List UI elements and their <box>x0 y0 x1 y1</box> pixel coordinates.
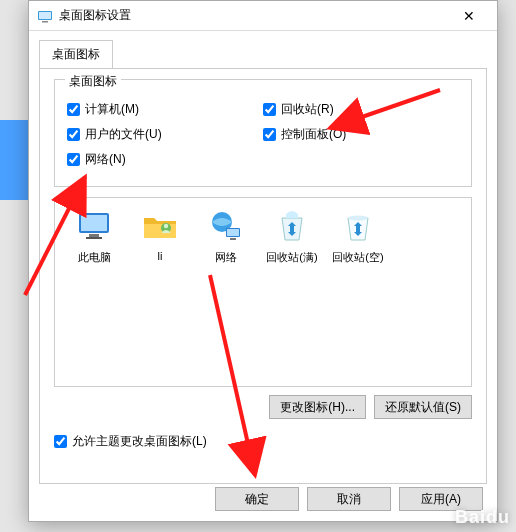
svg-point-13 <box>348 216 368 221</box>
tab-desktop-icons[interactable]: 桌面图标 <box>39 40 113 69</box>
ok-button[interactable]: 确定 <box>215 487 299 511</box>
fieldset-legend: 桌面图标 <box>65 73 121 90</box>
checkbox-network-input[interactable] <box>67 153 80 166</box>
icon-item-this-pc[interactable]: 此电脑 <box>61 208 127 265</box>
checkbox-computer-input[interactable] <box>67 103 80 116</box>
icon-item-recycle-empty[interactable]: 回收站(空) <box>325 208 391 265</box>
checkbox-recycle-bin[interactable]: 回收站(R) <box>263 101 459 118</box>
checkbox-network[interactable]: 网络(N) <box>67 151 263 168</box>
svg-rect-5 <box>89 234 99 237</box>
icon-item-recycle-full[interactable]: 回收站(满) <box>259 208 325 265</box>
window-title: 桌面图标设置 <box>59 7 449 24</box>
svg-point-8 <box>164 224 168 228</box>
titlebar: 桌面图标设置 ✕ <box>29 1 497 31</box>
watermark: Baidu <box>455 507 510 528</box>
checkbox-control-panel[interactable]: 控制面板(O) <box>263 126 459 143</box>
icon-preview-box: 此电脑 li 网络 回 <box>54 197 472 387</box>
network-icon <box>208 208 244 244</box>
cancel-button[interactable]: 取消 <box>307 487 391 511</box>
dialog-button-row: 确定 取消 应用(A) <box>215 487 483 511</box>
icon-label: 网络 <box>193 250 259 265</box>
icon-label: 此电脑 <box>61 250 127 265</box>
app-icon <box>37 8 53 24</box>
desktop-icon-settings-dialog: 桌面图标设置 ✕ 桌面图标 桌面图标 计算机(M) <box>28 0 498 522</box>
user-folder-icon <box>142 208 178 244</box>
svg-rect-6 <box>86 237 102 239</box>
checkbox-user-files[interactable]: 用户的文件(U) <box>67 126 263 143</box>
fieldset-desktop-icons: 桌面图标 计算机(M) 回收站(R) <box>54 79 472 187</box>
change-icon-button[interactable]: 更改图标(H)... <box>269 395 366 419</box>
checkbox-recycle-bin-input[interactable] <box>263 103 276 116</box>
icon-item-user[interactable]: li <box>127 208 193 262</box>
icon-item-network[interactable]: 网络 <box>193 208 259 265</box>
checkbox-allow-themes[interactable]: 允许主题更改桌面图标(L) <box>54 433 472 450</box>
checkbox-allow-themes-input[interactable] <box>54 435 67 448</box>
icon-label: 回收站(满) <box>259 250 325 265</box>
svg-rect-12 <box>230 238 236 240</box>
svg-rect-1 <box>39 12 51 19</box>
monitor-icon <box>76 208 112 244</box>
tab-area: 桌面图标 桌面图标 计算机(M) <box>29 31 497 484</box>
checkbox-control-panel-input[interactable] <box>263 128 276 141</box>
svg-rect-11 <box>227 229 239 236</box>
svg-rect-2 <box>42 21 48 23</box>
recycle-empty-icon <box>340 208 376 244</box>
recycle-full-icon <box>274 208 310 244</box>
icon-label: 回收站(空) <box>325 250 391 265</box>
checkbox-computer[interactable]: 计算机(M) <box>67 101 263 118</box>
tab-content: 桌面图标 计算机(M) 回收站(R) <box>39 68 487 484</box>
icon-button-row: 更改图标(H)... 还原默认值(S) <box>54 395 472 419</box>
background-highlight <box>0 120 30 200</box>
icon-label: li <box>127 250 193 262</box>
checkbox-user-files-input[interactable] <box>67 128 80 141</box>
restore-defaults-button[interactable]: 还原默认值(S) <box>374 395 472 419</box>
close-button[interactable]: ✕ <box>449 2 489 30</box>
svg-rect-4 <box>81 215 107 231</box>
close-icon: ✕ <box>463 8 475 24</box>
